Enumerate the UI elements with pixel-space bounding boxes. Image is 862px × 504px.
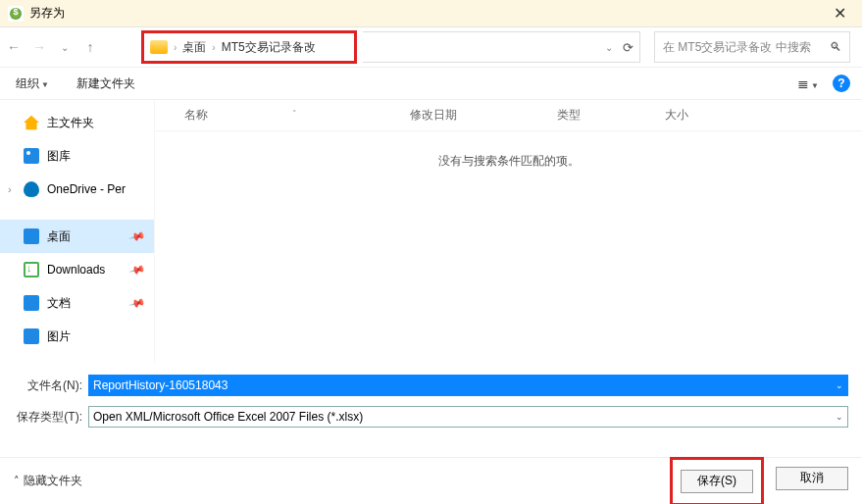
view-options-button[interactable]: ≣▼ xyxy=(797,76,819,91)
sidebar-item-label: 文档 xyxy=(47,295,71,312)
sidebar-item-label: Downloads xyxy=(47,263,105,277)
download-icon xyxy=(24,262,39,277)
col-modified[interactable]: 修改日期 xyxy=(410,107,557,124)
app-icon xyxy=(8,6,24,22)
recent-button[interactable]: ⌄ xyxy=(55,42,75,53)
col-type[interactable]: 类型 xyxy=(557,107,665,124)
chevron-up-icon: ˄ xyxy=(14,475,20,487)
filename-label: 文件名(N): xyxy=(14,378,88,394)
crumb-folder[interactable]: MT5交易记录备改 xyxy=(222,39,316,56)
column-headers[interactable]: 名称˄ 修改日期 类型 大小 xyxy=(155,100,862,131)
up-button[interactable]: ↑ xyxy=(80,39,100,55)
sort-indicator-icon: ˄ xyxy=(292,109,297,119)
chevron-right-icon: › xyxy=(174,42,177,53)
search-placeholder: 在 MT5交易记录备改 中搜索 xyxy=(663,39,830,56)
sidebar-item-label: OneDrive - Per xyxy=(47,182,126,196)
chevron-down-icon[interactable]: ⌄ xyxy=(836,380,843,390)
refresh-icon[interactable]: ⟳ xyxy=(623,40,634,55)
sidebar-item-gallery[interactable]: 图库 xyxy=(0,139,154,173)
chevron-down-icon[interactable]: ⌄ xyxy=(605,42,613,53)
document-icon xyxy=(24,295,39,311)
hide-folders-label: 隐藏文件夹 xyxy=(24,473,82,489)
gallery-icon xyxy=(24,148,39,164)
sidebar-item-label: 桌面 xyxy=(47,228,71,245)
close-icon[interactable]: ✕ xyxy=(826,4,854,23)
forward-button[interactable]: → xyxy=(29,39,49,55)
cloud-icon xyxy=(24,181,39,197)
back-button[interactable]: ← xyxy=(4,39,24,55)
sidebar: 主文件夹 图库 OneDrive - Per 桌面 📌 Downloads 📌 … xyxy=(0,100,155,363)
sidebar-item-documents[interactable]: 文档 📌 xyxy=(0,286,154,320)
sidebar-item-desktop[interactable]: 桌面 📌 xyxy=(0,220,154,253)
chevron-down-icon[interactable]: ⌄ xyxy=(836,412,843,422)
search-icon: 🔍︎ xyxy=(830,40,841,54)
home-icon xyxy=(24,115,39,130)
new-folder-button[interactable]: 新建文件夹 xyxy=(73,74,139,94)
sidebar-item-label: 图库 xyxy=(47,148,71,165)
col-size[interactable]: 大小 xyxy=(665,107,743,124)
cancel-button[interactable]: 取消 xyxy=(776,467,848,490)
search-input[interactable]: 在 MT5交易记录备改 中搜索 🔍︎ xyxy=(654,31,850,63)
pin-icon: 📌 xyxy=(128,261,147,278)
pin-icon: 📌 xyxy=(128,294,147,312)
save-button[interactable]: 保存(S) xyxy=(681,470,753,493)
desktop-icon xyxy=(24,228,39,244)
filetype-value: Open XML/Microsoft Office Excel 2007 Fil… xyxy=(93,410,363,424)
sidebar-item-label: 主文件夹 xyxy=(47,115,94,131)
filetype-label: 保存类型(T): xyxy=(14,409,88,426)
organize-button[interactable]: 组织▼ xyxy=(12,74,53,94)
filename-value: ReportHistory-160518043 xyxy=(93,378,228,392)
folder-icon xyxy=(150,40,168,54)
crumb-desktop[interactable]: 桌面 xyxy=(182,39,206,56)
help-icon[interactable]: ? xyxy=(833,75,850,92)
sidebar-item-onedrive[interactable]: OneDrive - Per xyxy=(0,173,154,206)
col-name[interactable]: 名称 xyxy=(184,108,208,122)
filename-input[interactable]: ReportHistory-160518043 ⌄ xyxy=(88,375,848,396)
sidebar-item-pictures[interactable]: 图片 xyxy=(0,320,154,353)
hide-folders-toggle[interactable]: ˄ 隐藏文件夹 xyxy=(14,473,82,489)
sidebar-item-home[interactable]: 主文件夹 xyxy=(0,106,154,139)
picture-icon xyxy=(24,328,39,344)
sidebar-item-label: 图片 xyxy=(47,328,71,345)
chevron-right-icon: › xyxy=(212,42,215,53)
sidebar-item-downloads[interactable]: Downloads 📌 xyxy=(0,253,154,286)
pin-icon: 📌 xyxy=(128,227,147,245)
window-title: 另存为 xyxy=(29,5,65,22)
filetype-select[interactable]: Open XML/Microsoft Office Excel 2007 Fil… xyxy=(88,406,848,428)
empty-message: 没有与搜索条件匹配的项。 xyxy=(438,153,580,363)
breadcrumb[interactable]: › 桌面 › MT5交易记录备改 xyxy=(141,30,357,64)
address-bar-rest[interactable]: ⌄ ⟳ xyxy=(363,31,640,63)
